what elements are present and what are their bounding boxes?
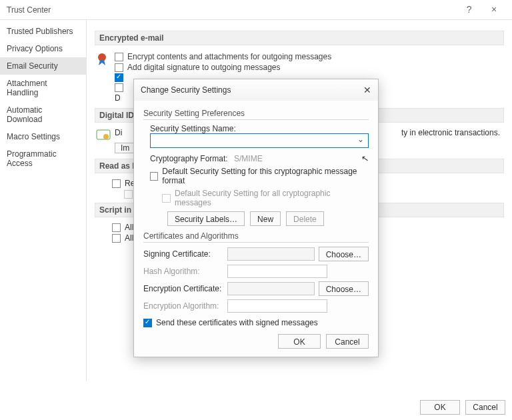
label-default-msg-format: Default Security Setting for this crypto… bbox=[162, 167, 369, 185]
signing-cert-field bbox=[227, 247, 315, 261]
crypto-format-label: Cryptography Format: bbox=[150, 154, 230, 163]
checkbox-default-all bbox=[162, 194, 171, 203]
encryption-algo-label: Encryption Algorithm: bbox=[143, 301, 223, 311]
change-security-settings-dialog: Change Security Settings ✕ Security Sett… bbox=[133, 79, 379, 357]
hash-algo-label: Hash Algorithm: bbox=[143, 267, 223, 276]
modal-overlay: Change Security Settings ✕ Security Sett… bbox=[0, 0, 512, 420]
security-name-input[interactable] bbox=[151, 134, 346, 147]
new-button[interactable]: New bbox=[250, 211, 281, 226]
label-send-certificates: Send these certificates with signed mess… bbox=[156, 318, 318, 327]
encryption-algo-field bbox=[227, 299, 327, 313]
modal-ok-button[interactable]: OK bbox=[278, 334, 321, 349]
label-default-all: Default Security Setting for all cryptog… bbox=[175, 189, 369, 207]
modal-close-icon[interactable]: ✕ bbox=[363, 85, 371, 95]
checkbox-default-msg-format[interactable] bbox=[150, 172, 158, 181]
security-name-combo[interactable] bbox=[150, 133, 369, 148]
modal-title-text: Change Security Settings bbox=[141, 85, 231, 95]
signing-cert-label: Signing Certificate: bbox=[143, 249, 223, 259]
crypto-format-value: S/MIME bbox=[234, 154, 314, 163]
checkbox-send-certificates[interactable] bbox=[143, 319, 152, 327]
group-security-preferences: Security Setting Preferences bbox=[143, 109, 369, 120]
hash-algo-field bbox=[227, 265, 327, 278]
security-name-label: Security Settings Name: bbox=[150, 124, 369, 133]
choose-encryption-button[interactable]: Choose… bbox=[319, 281, 369, 296]
choose-signing-button[interactable]: Choose… bbox=[319, 247, 369, 261]
encryption-cert-field bbox=[227, 282, 315, 295]
group-certificates: Certificates and Algorithms bbox=[143, 231, 369, 243]
cursor-icon: ↖ bbox=[361, 153, 369, 164]
modal-cancel-button[interactable]: Cancel bbox=[326, 334, 369, 349]
delete-button: Delete bbox=[286, 211, 324, 226]
security-labels-button[interactable]: Security Labels… bbox=[167, 211, 245, 226]
encryption-cert-label: Encryption Certificate: bbox=[143, 284, 223, 293]
